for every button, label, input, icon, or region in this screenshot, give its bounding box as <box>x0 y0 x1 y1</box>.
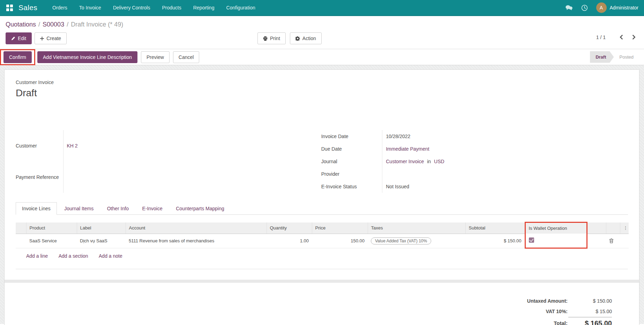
messages-icon[interactable] <box>565 5 573 11</box>
cell-label: Dịch vụ SaaS <box>77 234 126 248</box>
provider-label: Provider <box>321 168 382 180</box>
total-value: $ 165.00 <box>568 317 612 325</box>
wallet-checkbox[interactable] <box>529 237 534 243</box>
status-widget: Draft Posted <box>590 51 639 63</box>
column-drag-handle <box>16 222 26 234</box>
cell-end <box>620 234 629 248</box>
page-title: Draft <box>16 88 628 99</box>
pager-previous-button[interactable] <box>617 34 625 40</box>
provider-value[interactable] <box>382 168 628 180</box>
app-brand[interactable]: Sales <box>18 3 37 12</box>
avatar: A <box>596 2 607 13</box>
breadcrumb-separator: / <box>38 21 40 28</box>
trash-icon <box>609 238 617 243</box>
add-a-note-link[interactable]: Add a note <box>99 253 122 259</box>
apps-grid-icon[interactable] <box>6 5 13 11</box>
tab-other-info[interactable]: Other Info <box>101 203 135 214</box>
customer-label: Customer <box>16 130 63 161</box>
add-vietnamese-description-button[interactable]: Add Vietnamese Invoice Line Description <box>37 51 137 63</box>
delete-line-button[interactable] <box>606 234 620 248</box>
lines-footer: Add a line Add a section Add a note <box>16 249 628 269</box>
cancel-button[interactable]: Cancel <box>173 51 200 63</box>
cell-account: 5111 Revenue from sales of merchandises <box>126 234 267 248</box>
untaxed-amount-label: Untaxed Amount: <box>527 296 568 306</box>
print-button[interactable]: Print <box>257 32 286 44</box>
toggle-columns-icon[interactable]: ⋮ <box>620 222 629 234</box>
invoice-lines-table: Product Label Account Quantity Price Tax… <box>16 222 629 249</box>
column-taxes[interactable]: Taxes <box>368 222 465 234</box>
pager: 1 / 1 <box>596 34 638 40</box>
menu-reporting[interactable]: Reporting <box>187 0 220 15</box>
cell-price: 150.00 <box>312 234 368 248</box>
invoice-date-value[interactable]: 10/28/2022 <box>382 130 628 143</box>
menu-products[interactable]: Products <box>156 0 187 15</box>
action-button[interactable]: Action <box>290 32 322 44</box>
total-label: Total: <box>527 317 568 325</box>
pager-next-button[interactable] <box>630 34 638 40</box>
vat-label: VAT 10%: <box>527 307 568 316</box>
add-a-section-link[interactable]: Add a section <box>59 253 88 259</box>
breadcrumb: Quotations/S00003/Draft Invoice (* 49) <box>0 16 644 28</box>
add-a-line-link[interactable]: Add a line <box>26 253 48 259</box>
content-background: Customer Invoice Draft Customer KH 2 Pay… <box>0 65 644 324</box>
totals-section: Untaxed Amount: $ 150.00 VAT 10%: $ 15.0… <box>16 295 628 325</box>
breadcrumb-current: Draft Invoice (* 49) <box>71 21 123 28</box>
customer-value[interactable]: KH 2 <box>67 143 78 149</box>
untaxed-amount-value: $ 150.00 <box>568 296 612 306</box>
column-price[interactable]: Price <box>312 222 368 234</box>
pager-value: 1 / 1 <box>596 35 606 40</box>
tab-invoice-lines[interactable]: Invoice Lines <box>16 202 57 215</box>
column-account[interactable]: Account <box>126 222 267 234</box>
invoice-form-sheet: Customer Invoice Draft Customer KH 2 Pay… <box>4 69 639 325</box>
journal-value[interactable]: Customer Invoice <box>386 159 424 164</box>
journal-currency[interactable]: USD <box>434 159 444 164</box>
edit-button[interactable]: Edit <box>6 32 32 44</box>
confirm-button[interactable]: Confirm <box>3 51 32 63</box>
state-posted[interactable]: Posted <box>614 51 639 63</box>
create-button-label: Create <box>46 35 61 41</box>
menu-to-invoice[interactable]: To Invoice <box>73 0 107 15</box>
tax-tag: Value Added Tax (VAT) 10% <box>371 237 431 244</box>
drag-handle-cell <box>16 234 26 248</box>
notebook-tabs: Invoice Lines Journal Items Other Info E… <box>16 202 628 215</box>
page-break-divider <box>5 280 639 283</box>
due-date-label: Due Date <box>321 143 382 155</box>
preview-button[interactable]: Preview <box>141 51 170 63</box>
column-label[interactable]: Label <box>77 222 126 234</box>
plus-icon <box>40 37 44 40</box>
column-product[interactable]: Product <box>26 222 77 234</box>
statusbar: Confirm Add Vietnamese Invoice Line Desc… <box>0 49 644 65</box>
user-menu[interactable]: A Administrator <box>596 2 638 13</box>
column-quantity[interactable]: Quantity <box>267 222 312 234</box>
cell-product: SaaS Service <box>26 234 77 248</box>
create-button[interactable]: Create <box>35 32 67 44</box>
cell-spacer <box>587 234 606 248</box>
field-groups: Customer KH 2 Payment Reference Invoice … <box>16 130 628 193</box>
edit-button-label: Edit <box>18 35 26 41</box>
main-menu: Orders To Invoice Delivery Controls Prod… <box>46 0 261 15</box>
due-date-value[interactable]: Immediate Payment <box>386 146 429 152</box>
cell-taxes: Value Added Tax (VAT) 10% <box>368 234 465 248</box>
column-spacer <box>587 222 606 234</box>
menu-orders[interactable]: Orders <box>46 0 73 15</box>
payment-reference-value[interactable] <box>63 161 321 193</box>
invoice-date-label: Invoice Date <box>321 130 382 143</box>
menu-delivery-controls[interactable]: Delivery Controls <box>107 0 156 15</box>
breadcrumb-order[interactable]: S00003 <box>43 21 64 28</box>
column-subtotal[interactable]: Subtotal <box>465 222 525 234</box>
annotation-highlight-confirm: Confirm <box>0 49 35 65</box>
state-draft[interactable]: Draft <box>590 51 614 63</box>
column-is-wallet-operation[interactable]: Is Wallet Operation <box>525 222 587 234</box>
menu-configuration[interactable]: Configuration <box>220 0 261 15</box>
tab-counterparts-mapping[interactable]: Counterparts Mapping <box>170 203 230 214</box>
invoice-line-row[interactable]: SaaS Service Dịch vụ SaaS 5111 Revenue f… <box>16 234 629 248</box>
tab-journal-items[interactable]: Journal Items <box>58 203 99 214</box>
top-navbar: Sales Orders To Invoice Delivery Control… <box>0 0 644 16</box>
action-button-label: Action <box>302 35 316 41</box>
einvoice-status-label: E-Invoice Status <box>321 180 382 193</box>
breadcrumb-quotations[interactable]: Quotations <box>6 21 36 28</box>
activity-clock-icon[interactable] <box>581 5 588 11</box>
payment-reference-label: Payment Reference <box>16 161 63 193</box>
tab-e-invoice[interactable]: E-Invoice <box>136 203 168 214</box>
print-button-label: Print <box>270 35 280 41</box>
